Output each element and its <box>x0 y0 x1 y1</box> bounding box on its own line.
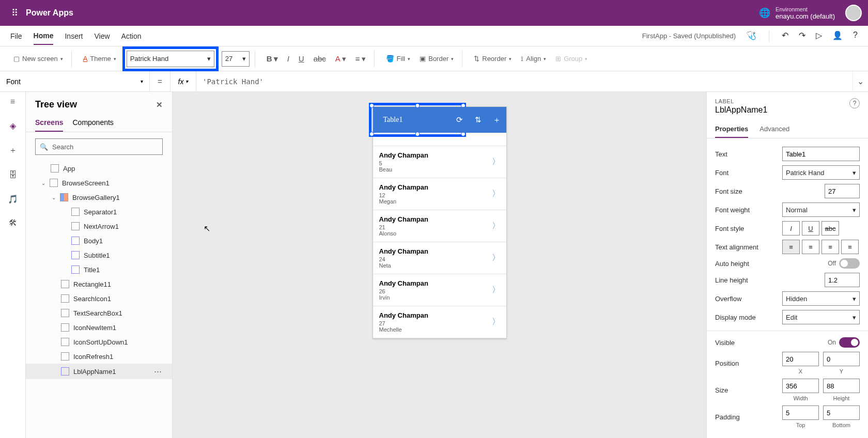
sort-icon[interactable]: ⇅ <box>469 107 488 133</box>
tab-advanced[interactable]: Advanced <box>760 121 789 138</box>
formula-expand-icon[interactable]: ⌄ <box>853 71 868 91</box>
padding-bottom-input[interactable] <box>823 405 860 420</box>
close-icon[interactable]: ✕ <box>156 100 163 110</box>
align-justify-button[interactable]: ≡ <box>841 240 859 254</box>
text-input[interactable] <box>782 147 860 161</box>
group-button[interactable]: ⊞ Group▾ <box>552 53 591 65</box>
user-avatar[interactable] <box>845 5 862 21</box>
bold-button[interactable]: B▾ <box>264 54 281 64</box>
chevron-right-icon[interactable]: 〉 <box>492 285 500 295</box>
hamburger-icon[interactable]: ≡ <box>10 97 15 106</box>
tree-item-browsegallery1[interactable]: ⌄BrowseGallery1 <box>26 190 172 205</box>
menu-insert[interactable]: Insert <box>65 28 83 44</box>
data-icon[interactable]: 🗄 <box>9 170 17 180</box>
tree-item-textsearchbox1[interactable]: TextSearchBox1 <box>26 306 172 320</box>
property-selector[interactable]: Font ▾ <box>0 71 150 91</box>
pos-y-input[interactable] <box>823 352 860 366</box>
help-icon[interactable]: ? <box>853 30 858 42</box>
strikethrough-button[interactable]: abc <box>311 54 329 63</box>
canvas[interactable]: ↖ Table1 ⟳ ⇅ ＋ Andy Champan5Beau〉Andy Ch… <box>173 92 707 438</box>
width-input[interactable] <box>782 379 819 393</box>
font-select[interactable]: Patrick Hand ▾ <box>127 51 214 67</box>
display-mode-select[interactable]: Edit▾ <box>782 310 860 324</box>
italic-toggle[interactable]: I <box>782 221 800 236</box>
tree-item-title1[interactable]: Title1 <box>26 262 172 277</box>
gallery-row[interactable]: Andy Champan5Beau〉 <box>373 146 506 178</box>
italic-button[interactable]: I <box>284 54 292 63</box>
border-button[interactable]: ▣ Border▾ <box>416 53 457 65</box>
more-icon[interactable]: ⋯ <box>154 367 167 376</box>
align-button[interactable]: ⟟ Align▾ <box>518 53 549 65</box>
chevron-right-icon[interactable]: 〉 <box>492 317 500 327</box>
fill-button[interactable]: 🪣 Fill▾ <box>383 53 414 65</box>
chevron-right-icon[interactable]: 〉 <box>492 221 500 231</box>
font-color-button[interactable]: A▾ <box>332 54 349 64</box>
tree-item-browsescreen1[interactable]: ⌄BrowseScreen1 <box>26 176 172 190</box>
new-screen-button[interactable]: ▢ New screen ▾ <box>10 53 66 65</box>
font-size-input[interactable] <box>825 184 860 198</box>
gallery-row[interactable]: Andy Champan12Megan〉 <box>373 178 506 210</box>
line-height-input[interactable] <box>825 273 860 287</box>
add-icon[interactable]: ＋ <box>488 107 506 133</box>
auto-height-toggle[interactable] <box>839 258 860 269</box>
theme-button[interactable]: A Theme ▾ <box>80 53 119 65</box>
fx-button[interactable]: fx▾ <box>171 71 196 91</box>
font-size-select[interactable]: 27 ▾ <box>222 51 250 67</box>
font-select-prop[interactable]: Patrick Hand▾ <box>782 165 860 180</box>
tree-search-input[interactable]: 🔍 Search <box>35 138 163 155</box>
formula-input[interactable]: 'Patrick Hand' <box>196 71 853 91</box>
play-icon[interactable]: ▷ <box>816 30 822 42</box>
menu-view[interactable]: View <box>94 28 110 44</box>
height-input[interactable] <box>823 379 860 393</box>
tree-item-lblappname1[interactable]: LblAppName1⋯ <box>26 364 172 379</box>
tree-item-body1[interactable]: Body1 <box>26 233 172 248</box>
text-align-button[interactable]: ≡▾ <box>352 54 369 64</box>
align-left-button[interactable]: ≡ <box>782 240 800 254</box>
tools-icon[interactable]: 🛠 <box>9 218 17 228</box>
reorder-button[interactable]: ⇅ Reorder▾ <box>471 53 515 65</box>
menu-home[interactable]: Home <box>34 27 54 45</box>
tree-item-iconnewitem1[interactable]: IconNewItem1 <box>26 320 172 335</box>
gallery-row[interactable]: Andy Champan24Neta〉 <box>373 242 506 274</box>
refresh-icon[interactable]: ⟳ <box>451 107 469 133</box>
tab-properties[interactable]: Properties <box>715 121 748 138</box>
tree-item-searchicon1[interactable]: SearchIcon1 <box>26 291 172 306</box>
chevron-right-icon[interactable]: 〉 <box>492 189 500 199</box>
help-icon[interactable]: ? <box>849 98 860 108</box>
chevron-right-icon[interactable]: 〉 <box>492 253 500 263</box>
tree-item-iconsortupdown1[interactable]: IconSortUpDown1 <box>26 335 172 349</box>
align-center-button[interactable]: ≡ <box>802 240 819 254</box>
tree-item-nextarrow1[interactable]: NextArrow1 <box>26 219 172 233</box>
share-icon[interactable]: 👤 <box>832 30 843 42</box>
gallery-row[interactable]: Andy Champan26Irvin〉 <box>373 274 506 306</box>
tree-item-app[interactable]: App <box>26 161 172 176</box>
visible-toggle[interactable] <box>839 337 860 348</box>
title-label[interactable]: Table1 <box>378 116 403 124</box>
waffle-icon[interactable]: ⠿ <box>6 5 23 21</box>
gallery-row[interactable]: Andy Champan27Mechelle〉 <box>373 306 506 338</box>
underline-toggle[interactable]: U <box>802 221 819 236</box>
gallery-row[interactable]: Andy Champan21Alonso〉 <box>373 210 506 242</box>
insert-icon[interactable]: ＋ <box>9 145 17 156</box>
app-checker-icon[interactable]: 🩺 <box>746 30 756 42</box>
tab-components[interactable]: Components <box>72 114 113 132</box>
font-weight-select[interactable]: Normal▾ <box>782 202 860 217</box>
environment-picker[interactable]: 🌐 Environment enayu.com (default) <box>759 6 835 20</box>
tree-item-subtitle1[interactable]: Subtitle1 <box>26 248 172 262</box>
align-right-button[interactable]: ≡ <box>822 240 839 254</box>
menu-action[interactable]: Action <box>121 28 142 44</box>
strike-toggle[interactable]: abc <box>822 221 839 236</box>
redo-icon[interactable]: ↷ <box>799 30 805 42</box>
tree-item-rectangle11[interactable]: Rectangle11 <box>26 277 172 291</box>
tree-item-separator1[interactable]: Separator1 <box>26 205 172 219</box>
undo-icon[interactable]: ↶ <box>782 30 788 42</box>
media-icon[interactable]: 🎵 <box>8 194 18 204</box>
menu-file[interactable]: File <box>10 28 22 44</box>
pos-x-input[interactable] <box>782 352 819 366</box>
overflow-select[interactable]: Hidden▾ <box>782 291 860 306</box>
padding-top-input[interactable] <box>782 405 819 420</box>
tab-screens[interactable]: Screens <box>35 114 63 132</box>
tree-item-iconrefresh1[interactable]: IconRefresh1 <box>26 349 172 364</box>
tree-view-icon[interactable]: ◈ <box>10 121 16 131</box>
underline-button[interactable]: U <box>296 54 307 63</box>
